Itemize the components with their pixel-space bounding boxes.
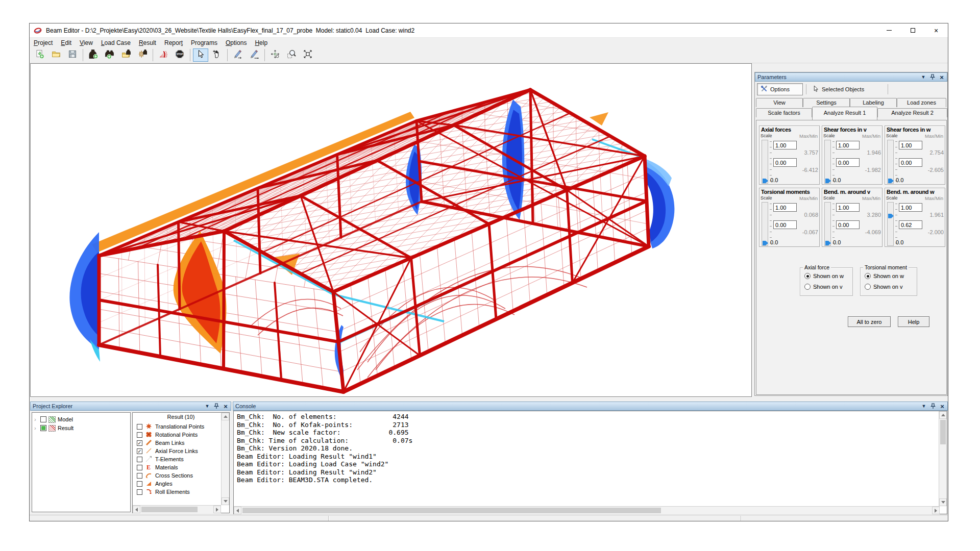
zoom-window-tool-button[interactable] [284,48,299,62]
menu-item-result[interactable]: Result [135,38,160,47]
tab-labeling[interactable]: Labeling [850,98,897,107]
menu-item-help[interactable]: Help [251,38,272,47]
scroll-left-icon[interactable] [133,506,140,513]
checkbox[interactable] [137,489,142,495]
pin-icon[interactable] [929,74,936,80]
result-item-t-elements[interactable]: T-Elements [137,455,184,463]
scroll-up-icon[interactable] [222,413,229,420]
draw-beam-tool-button[interactable] [230,48,246,62]
pan-tool-button[interactable] [209,48,225,62]
menu-item-view[interactable]: View [76,38,97,47]
select-tool-button[interactable] [193,48,208,62]
scrollbar-thumb[interactable] [242,508,661,513]
tab-selected-objects[interactable]: Selected Objects [809,83,885,95]
close-button[interactable]: × [924,23,948,37]
checkbox[interactable] [137,432,142,438]
result-item-cross-sections[interactable]: Cross Sections [137,471,193,480]
result-item-axial-force-links[interactable]: ✓ Axial Force Links [137,447,198,455]
scale-value-input[interactable] [899,141,922,149]
expander-icon[interactable]: › [34,416,38,422]
result-item-roll-elements[interactable]: Roll Elements [137,488,190,496]
show-results-button[interactable] [156,48,171,62]
offset-value-input[interactable] [773,220,797,229]
scale-value-input[interactable] [836,203,860,212]
offset-value-input[interactable] [899,220,922,229]
scale-value-input[interactable] [899,203,922,212]
checkbox[interactable] [137,424,142,430]
slider-thumb[interactable] [888,179,894,183]
menu-item-edit[interactable]: Edit [57,38,76,47]
checkbox[interactable] [137,457,142,462]
result-item-rotational-points[interactable]: Rotational Points [137,431,198,439]
result-item-translational-points[interactable]: Translational Points [137,422,204,431]
stop-calculation-button[interactable]: STOP [172,48,187,62]
slider-thumb[interactable] [763,241,768,245]
draw-link-tool-button[interactable] [247,48,262,62]
menu-item-programs[interactable]: Programs [187,38,222,47]
radio-icon[interactable] [865,273,871,279]
result-item-beam-links[interactable]: ✓ Beam Links [137,439,184,447]
close-icon[interactable]: × [939,403,945,409]
expander-icon[interactable]: › [34,425,38,431]
slider-thumb[interactable] [825,179,831,183]
open-model-button[interactable] [48,48,64,62]
pin-icon[interactable] [930,403,936,409]
radio-shown-on-v[interactable]: Shown on v [865,284,902,290]
tree-item-model[interactable]: › Model [34,415,73,423]
slider-thumb[interactable] [888,214,894,218]
new-model-button[interactable] [32,48,47,62]
scroll-down-icon[interactable] [222,497,229,505]
radio-icon[interactable] [804,273,811,279]
radio-icon[interactable] [865,284,871,290]
scroll-right-icon[interactable] [932,507,940,514]
menu-item-report[interactable]: Report [160,38,187,47]
offset-value-input[interactable] [773,158,797,167]
close-icon[interactable]: × [223,403,229,409]
maximize-button[interactable] [901,23,924,37]
pin-icon[interactable] [213,403,219,409]
checkbox[interactable] [137,481,142,487]
minimize-button[interactable] [877,23,901,37]
radio-icon[interactable] [804,284,811,290]
open-load-case-button[interactable] [118,48,134,62]
viewport-3d[interactable] [30,63,752,397]
all-to-zero-button[interactable]: All to zero [848,316,891,327]
console-vscrollbar[interactable] [939,411,947,506]
scrollbar-thumb[interactable] [141,507,198,512]
tab-scale-factors[interactable]: Scale factors [756,108,812,117]
load-case-settings-button[interactable] [135,48,150,62]
close-icon[interactable]: × [939,74,945,80]
scale-slider[interactable] [824,202,831,246]
zoom-fit-tool-button[interactable] [300,48,315,62]
console-header[interactable]: Console ▼ × [233,402,948,411]
scroll-left-icon[interactable] [234,507,241,514]
radio-shown-on-w[interactable]: Shown on w [865,273,904,279]
tab-load-zones[interactable]: Load zones [897,98,946,107]
result-item-materials[interactable]: E Materials [137,463,178,471]
tab-analyze-result-1[interactable]: Analyze Result 1 [812,107,877,120]
add-load-cases-button[interactable] [102,48,117,62]
chevron-down-icon[interactable]: ▼ [921,403,927,409]
scale-slider[interactable] [887,202,894,246]
menu-item-load-case[interactable]: Load Case [97,38,135,47]
scale-slider[interactable] [762,202,768,246]
project-explorer-header[interactable]: Project Explorer ▼ × [30,402,231,411]
add-load-case-button[interactable] [86,48,101,62]
slider-thumb[interactable] [763,179,768,183]
chevron-down-icon[interactable]: ▼ [920,74,926,80]
checklist-hscrollbar[interactable] [133,505,221,513]
checkbox[interactable] [40,416,46,422]
scale-value-input[interactable] [773,203,797,212]
menu-item-options[interactable]: Options [222,38,251,47]
save-model-button[interactable] [65,48,80,62]
scroll-up-icon[interactable] [939,411,947,419]
scale-slider[interactable] [824,140,831,184]
console-hscrollbar[interactable] [234,506,940,514]
tab-analyze-result-2[interactable]: Analyze Result 2 [877,108,947,117]
offset-value-input[interactable] [899,158,922,167]
scale-value-input[interactable] [773,141,797,149]
checklist-vscrollbar[interactable] [221,413,229,505]
scale-slider[interactable] [887,140,894,184]
checkbox[interactable]: ✓ [137,440,142,446]
tab-settings[interactable]: Settings [803,98,850,107]
